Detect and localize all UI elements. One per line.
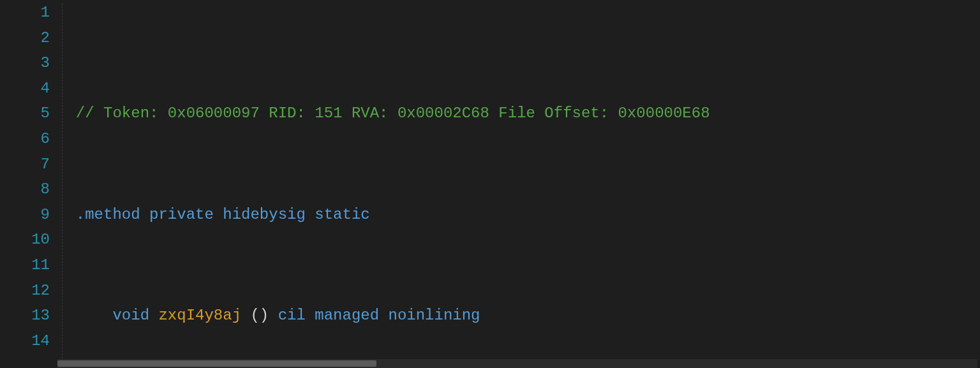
code-line[interactable]: .method private hidebysig static (57, 202, 980, 228)
line-number: 12 (0, 278, 50, 304)
line-number: 3 (0, 50, 50, 76)
method-modifiers: private hidebysig static (140, 206, 370, 223)
line-number: 7 (0, 152, 50, 177)
code-area[interactable]: // Token: 0x06000097 RID: 151 RVA: 0x000… (57, 0, 980, 368)
line-number: 9 (0, 202, 50, 228)
line-number: 14 (0, 328, 50, 354)
horizontal-scrollbar-track[interactable] (57, 359, 977, 368)
line-number: 1 (0, 0, 50, 26)
code-line[interactable]: // Token: 0x06000097 RID: 151 RVA: 0x000… (57, 101, 980, 126)
code-editor[interactable]: 1 2 3 4 5 6 7 8 9 10 11 12 13 14 // Toke… (0, 0, 980, 368)
code-line[interactable]: void zxqI4y8aj () cil managed noinlining (57, 303, 980, 328)
parentheses: () (241, 307, 278, 324)
line-number: 5 (0, 101, 50, 126)
return-type: void (112, 307, 149, 324)
method-flags: cil managed noinlining (278, 307, 480, 324)
line-number: 2 (0, 26, 50, 51)
line-number: 6 (0, 126, 50, 152)
line-number: 10 (0, 227, 50, 253)
comment-text: // Token: 0x06000097 RID: 151 RVA: 0x000… (76, 105, 710, 122)
line-number: 13 (0, 303, 50, 328)
line-number: 4 (0, 76, 50, 101)
line-number: 8 (0, 177, 50, 202)
method-name: zxqI4y8aj (158, 307, 241, 324)
horizontal-scrollbar-thumb[interactable] (57, 360, 376, 367)
line-number: 11 (0, 253, 50, 278)
directive-method: .method (76, 206, 140, 223)
line-number-gutter: 1 2 3 4 5 6 7 8 9 10 11 12 13 14 (0, 0, 57, 368)
